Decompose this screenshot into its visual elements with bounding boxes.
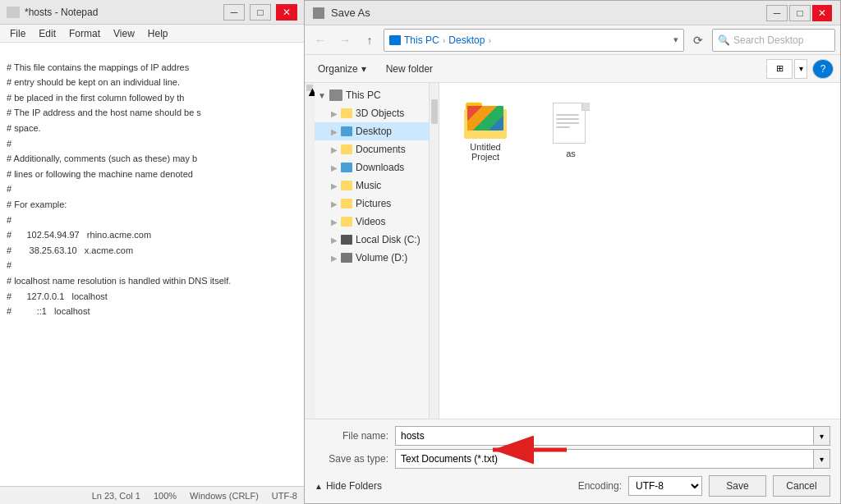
dialog-address-bar[interactable]: This PC › Desktop › ▾ — [384, 29, 684, 52]
notepad-text-window: *hosts - Notepad ─ □ ✕ File Edit Format … — [0, 0, 304, 504]
filename-input[interactable] — [395, 426, 814, 446]
scrollbar-thumb — [431, 99, 438, 124]
notepad-menu: File Edit Format View Help — [0, 25, 304, 43]
volume-icon — [341, 253, 352, 263]
cancel-button[interactable]: Cancel — [773, 475, 830, 497]
dialog-up-btn[interactable]: ↑ — [359, 30, 380, 51]
note-line-12: # 102.54.94.97 rhino.acme.com — [7, 230, 151, 240]
note-line-1: # This file contains the mappings of IP … — [7, 62, 189, 72]
refresh-btn[interactable]: ⟳ — [687, 29, 709, 52]
note-line-15: # localhost name resolution is handled w… — [7, 276, 231, 286]
hide-folders-label: Hide Folders — [326, 480, 382, 492]
sidebar-pictures[interactable]: ▶ Pictures — [315, 195, 429, 213]
filetype-select-wrap: ▾ — [395, 449, 830, 469]
hide-folders-button[interactable]: ▲ Hide Folders — [315, 480, 382, 492]
view-icons-btn[interactable]: ⊞ — [766, 59, 793, 79]
encoding-select[interactable]: UTF-8 UTF-16 ANSI — [628, 476, 702, 496]
file-grid: Untitled Project as — [453, 96, 827, 405]
dialog-minimize[interactable]: ─ — [766, 5, 788, 21]
dialog-back-btn[interactable]: ← — [310, 30, 331, 51]
pictures-label: Pictures — [356, 198, 391, 209]
sidebar-localdisk[interactable]: ▶ Local Disk (C:) — [315, 231, 429, 249]
menu-edit[interactable]: Edit — [32, 28, 62, 39]
file-item-untitled-project[interactable]: Untitled Project — [453, 96, 518, 405]
3dobjects-icon — [341, 108, 352, 118]
note-line-17: # ::1 localhost — [7, 306, 90, 316]
np-minimize[interactable]: ─ — [223, 4, 245, 21]
videos-icon — [341, 217, 352, 227]
save-button[interactable]: Save — [709, 475, 766, 497]
note-line-14: # — [7, 260, 11, 270]
np-statusbar: Ln 23, Col 1 100% Windows (CRLF) UTF-8 — [0, 486, 304, 504]
doc-line-2 — [556, 118, 579, 120]
note-line-2: # entry should be kept on an individual … — [7, 77, 180, 87]
dialog-action-row: ▲ Hide Folders Encoding: UTF-8 UTF-16 AN… — [315, 475, 830, 497]
note-line-6: # — [7, 139, 11, 149]
dialog-close[interactable]: ✕ — [812, 5, 832, 21]
note-line-7: # Additionally, comments (such as these)… — [7, 153, 197, 163]
sidebar-3dobjects[interactable]: ▶ 3D Objects — [315, 104, 429, 122]
sidebar-desktop[interactable]: ▶ Desktop — [315, 122, 429, 140]
sidebar-downloads[interactable]: ▶ Downloads — [315, 158, 429, 176]
documents-icon — [341, 144, 352, 154]
doc-icon-as — [553, 103, 589, 145]
desktop-icon — [341, 126, 352, 136]
dialog-maximize[interactable]: □ — [789, 5, 811, 21]
menu-format[interactable]: Format — [62, 28, 107, 39]
sidebar-scrollbar[interactable]: ▲ — [305, 83, 315, 419]
view-dropdown-btn[interactable]: ▾ — [794, 59, 807, 79]
filetype-select[interactable] — [395, 449, 814, 469]
menu-help[interactable]: Help — [141, 28, 175, 39]
doc-line-4 — [556, 126, 570, 128]
dialog-main: Untitled Project as — [439, 83, 840, 419]
sidebar-videos[interactable]: ▶ Videos — [315, 213, 429, 231]
address-thispc[interactable]: This PC — [404, 34, 439, 46]
folder-icon-untitled — [464, 103, 507, 139]
filename-label: File name: — [315, 430, 388, 442]
new-folder-button[interactable]: New folder — [379, 61, 439, 77]
address-desktop[interactable]: Desktop — [448, 34, 485, 46]
address-sep2: › — [488, 35, 491, 45]
dialog-sidebar-container: ▲ ▼ This PC ▶ 3D Objects ▶ Desktop — [305, 83, 439, 419]
np-maximize[interactable]: □ — [250, 4, 271, 21]
dialog-titlebar: Save As ─ □ ✕ — [305, 1, 840, 25]
filename-dropdown-btn[interactable]: ▾ — [814, 426, 830, 446]
organize-button[interactable]: Organize ▾ — [311, 61, 373, 77]
music-icon — [341, 181, 352, 190]
file-item-as[interactable]: as — [538, 96, 604, 405]
notepad-title: *hosts - Notepad — [25, 7, 218, 18]
dialog-winbtns: ─ □ ✕ — [766, 5, 832, 21]
notepad-editor[interactable]: # This file contains the mappings of IP … — [0, 43, 304, 486]
notepad-icon — [7, 7, 20, 18]
dialog-search-bar[interactable]: 🔍 Search Desktop — [712, 29, 835, 52]
dialog-forward-btn[interactable]: → — [334, 30, 356, 51]
sidebar-music[interactable]: ▶ Music — [315, 176, 429, 195]
note-line-3: # be placed in the first column followed… — [7, 93, 184, 103]
note-line-8: # lines or following the machine name de… — [7, 169, 193, 179]
help-button[interactable]: ? — [812, 59, 834, 79]
address-dropdown-icon[interactable]: ▾ — [673, 34, 678, 45]
menu-view[interactable]: View — [107, 28, 141, 39]
saveas-dialog: Save As ─ □ ✕ ← → ↑ This PC › Desktop › … — [304, 0, 841, 504]
menu-file[interactable]: File — [3, 28, 32, 39]
dialog-title-text: Save As — [331, 7, 370, 19]
music-chevron: ▶ — [331, 181, 338, 190]
sidebar-scrollbar-right[interactable] — [430, 83, 439, 419]
localdisk-chevron: ▶ — [331, 236, 338, 245]
sidebar-documents[interactable]: ▶ Documents — [315, 140, 429, 158]
np-lineending: Windows (CRLF) — [190, 491, 259, 501]
note-line-9: # — [7, 184, 11, 194]
np-close[interactable]: ✕ — [276, 4, 297, 21]
filetype-dropdown-btn[interactable]: ▾ — [814, 449, 830, 469]
organize-label: Organize — [318, 63, 358, 75]
dialog-title-left: Save As — [313, 7, 370, 19]
downloads-label: Downloads — [356, 162, 404, 173]
music-label: Music — [356, 180, 381, 191]
videos-chevron: ▶ — [331, 218, 338, 227]
np-zoom: 100% — [154, 491, 177, 501]
sidebar-volume[interactable]: ▶ Volume (D:) — [315, 249, 429, 267]
sidebar-thispc[interactable]: ▼ This PC — [315, 86, 429, 104]
volume-chevron: ▶ — [331, 254, 338, 263]
scrollbar-up-arrow[interactable]: ▲ — [306, 85, 313, 91]
organize-chevron: ▾ — [361, 63, 366, 75]
